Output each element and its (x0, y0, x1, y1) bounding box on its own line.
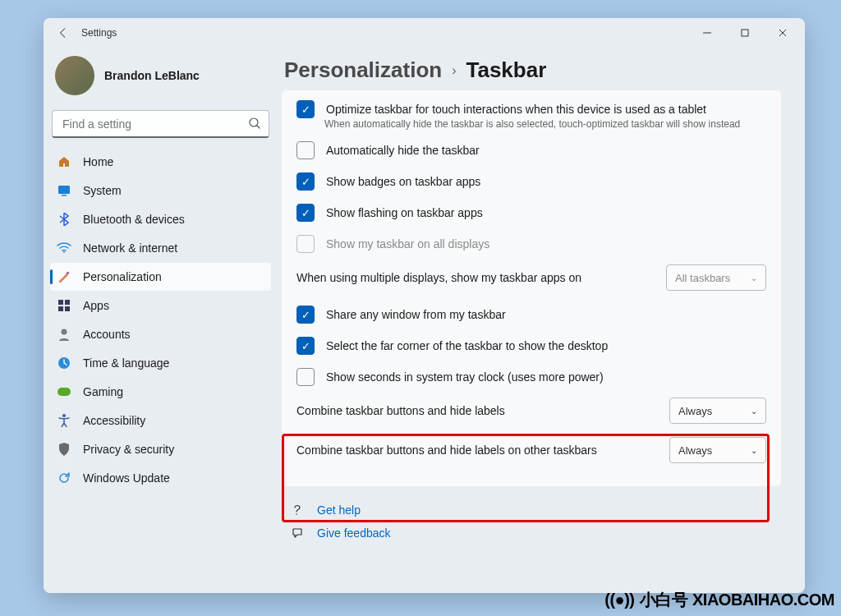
settings-window: Settings Brandon LeBlanc HomeSystemBluet… (44, 18, 805, 593)
setting-seconds: Show seconds in system tray clock (uses … (282, 360, 781, 391)
select-combineother[interactable]: Always ⌄ (669, 437, 766, 463)
sidebar-item-label: Gaming (83, 385, 123, 398)
time-icon (57, 356, 71, 370)
watermark-cn: 小白号 (640, 589, 688, 611)
setting-label: Optimize taskbar for touch interactions … (326, 103, 766, 116)
system-icon (57, 183, 71, 198)
sidebar-item-label: Network & internet (83, 241, 177, 255)
watermark: ((●)) 小白号 XIAOBAIHAO.COM (604, 589, 834, 611)
get-help-link[interactable]: Get help (291, 499, 782, 522)
chevron-right-icon: › (452, 63, 456, 78)
checkbox-shareany[interactable]: ✓ (296, 306, 315, 324)
svg-rect-6 (58, 300, 63, 305)
sidebar-item-label: Bluetooth & devices (83, 213, 185, 226)
svg-rect-0 (742, 30, 748, 36)
accessibility-icon (57, 413, 71, 428)
setting-label: Show badges on taskbar apps (326, 175, 766, 188)
footer-links: Get help Give feedback (281, 487, 782, 545)
sidebar: Brandon LeBlanc HomeSystemBluetooth & de… (44, 48, 278, 593)
checkbox-optimize[interactable]: ✓ (296, 100, 315, 118)
profile[interactable]: Brandon LeBlanc (50, 51, 271, 107)
search-icon (248, 117, 261, 130)
setting-label: Automatically hide the taskbar (326, 144, 766, 157)
personalization-icon (57, 269, 71, 284)
sidebar-item-privacy[interactable]: Privacy & security (50, 435, 271, 463)
broadcast-icon: ((●)) (604, 591, 634, 609)
sidebar-item-network[interactable]: Network & internet (50, 234, 271, 262)
setting-combineother: Combine taskbar buttons and hide labels … (282, 430, 781, 470)
checkbox-alldisplays (296, 235, 315, 253)
chevron-down-icon: ⌄ (751, 446, 757, 455)
sidebar-item-label: Privacy & security (83, 443, 174, 456)
update-icon (57, 471, 71, 485)
svg-rect-7 (65, 300, 70, 305)
checkbox-autohide[interactable] (296, 141, 315, 159)
setting-flashing: ✓ Show flashing on taskbar apps (282, 195, 781, 227)
sidebar-item-update[interactable]: Windows Update (50, 464, 271, 492)
sidebar-item-gaming[interactable]: Gaming (50, 378, 271, 406)
user-name: Brandon LeBlanc (104, 69, 200, 82)
svg-point-4 (63, 251, 65, 253)
setting-multidisplay: When using multiple displays, show my ta… (282, 258, 781, 297)
sidebar-item-label: Personalization (83, 270, 162, 283)
accounts-icon (57, 327, 71, 342)
apps-icon (57, 298, 71, 313)
back-button[interactable] (50, 20, 76, 46)
select-value: All taskbars (675, 272, 730, 284)
sidebar-item-home[interactable]: Home (50, 148, 271, 176)
svg-rect-12 (57, 388, 71, 396)
checkbox-flashing[interactable]: ✓ (296, 204, 315, 222)
sidebar-item-accessibility[interactable]: Accessibility (50, 407, 271, 434)
titlebar: Settings (44, 18, 805, 48)
breadcrumb-current: Taskbar (466, 57, 546, 83)
setting-label: When using multiple displays, show my ta… (296, 271, 655, 284)
gaming-icon (57, 384, 71, 399)
setting-label: Share any window from my taskbar (326, 308, 766, 321)
select-combine[interactable]: Always ⌄ (669, 398, 766, 424)
window-controls (688, 20, 802, 46)
minimize-button[interactable] (688, 20, 726, 46)
setting-badges: ✓ Show badges on taskbar apps (282, 164, 781, 195)
close-button[interactable] (764, 20, 802, 46)
sidebar-item-time[interactable]: Time & language (50, 349, 271, 377)
setting-label: Show seconds in system tray clock (uses … (326, 370, 766, 384)
sidebar-item-label: Windows Update (83, 471, 170, 485)
sidebar-item-label: Accessibility (83, 414, 145, 427)
network-icon (57, 241, 71, 255)
setting-combine: Combine taskbar buttons and hide labels … (282, 391, 781, 430)
search-input[interactable] (52, 110, 269, 138)
sidebar-item-bluetooth[interactable]: Bluetooth & devices (50, 205, 271, 233)
link-label: Give feedback (317, 526, 391, 540)
setting-alldisplays: Show my taskbar on all displays (282, 227, 781, 258)
select-multidisplay: All taskbars ⌄ (666, 264, 766, 291)
svg-rect-3 (62, 195, 67, 196)
svg-rect-2 (58, 186, 70, 194)
sidebar-item-apps[interactable]: Apps (50, 292, 271, 319)
home-icon (57, 154, 71, 169)
svg-rect-8 (58, 306, 63, 311)
breadcrumb-parent[interactable]: Personalization (284, 57, 442, 83)
help-icon (291, 503, 306, 517)
select-value: Always (678, 405, 712, 417)
sidebar-item-label: Accounts (83, 328, 131, 341)
sidebar-item-accounts[interactable]: Accounts (50, 320, 271, 348)
give-feedback-link[interactable]: Give feedback (291, 522, 782, 545)
checkbox-farcorner[interactable]: ✓ (296, 337, 315, 355)
svg-point-14 (296, 513, 297, 515)
sidebar-item-label: Home (83, 155, 113, 168)
checkbox-badges[interactable]: ✓ (296, 172, 315, 191)
sidebar-item-system[interactable]: System (50, 177, 271, 205)
setting-label: Show flashing on taskbar apps (326, 206, 766, 219)
chevron-down-icon: ⌄ (751, 407, 757, 416)
content: Personalization › Taskbar ✓ Optimize tas… (278, 48, 805, 593)
bluetooth-icon (57, 212, 71, 227)
maximize-button[interactable] (726, 20, 764, 46)
sidebar-item-personalization[interactable]: Personalization (50, 263, 271, 291)
svg-point-13 (62, 414, 66, 417)
setting-label: Combine taskbar buttons and hide labels (296, 404, 658, 417)
setting-label: Select the far corner of the taskbar to … (326, 339, 766, 352)
checkbox-seconds[interactable] (296, 368, 315, 386)
svg-rect-9 (65, 306, 70, 311)
setting-farcorner: ✓ Select the far corner of the taskbar t… (282, 329, 781, 360)
chevron-down-icon: ⌄ (751, 274, 757, 283)
